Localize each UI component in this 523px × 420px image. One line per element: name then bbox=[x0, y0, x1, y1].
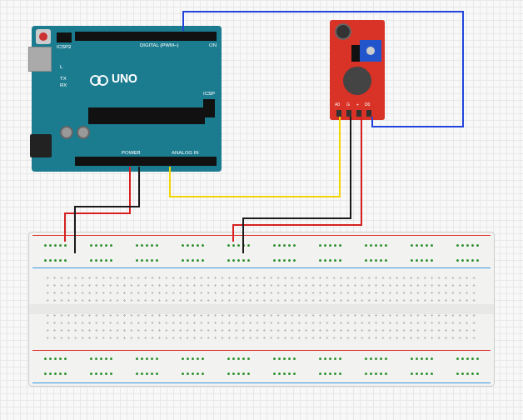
arduino-uno-board[interactable]: UNO ICSP2 ICSP DIGITAL (PWM~) POWER ANAL… bbox=[32, 26, 222, 172]
wire-blue bbox=[183, 12, 463, 127]
wire-red-arduino bbox=[65, 167, 130, 242]
arduino-logo: UNO bbox=[90, 72, 137, 85]
rail-line-negative-bottom bbox=[32, 382, 491, 383]
rx-label: RX bbox=[60, 82, 67, 88]
potentiometer[interactable] bbox=[360, 40, 381, 62]
icsp2-header bbox=[57, 32, 72, 42]
analog-label: ANALOG IN bbox=[172, 150, 199, 155]
microphone-icon bbox=[335, 23, 351, 40]
center-channel bbox=[29, 304, 494, 314]
on-label: ON bbox=[209, 42, 217, 48]
icsp2-label: ICSP2 bbox=[57, 44, 71, 49]
barrel-jack bbox=[30, 134, 52, 158]
power-analog-pin-header[interactable] bbox=[75, 157, 217, 166]
wire-red-sensor bbox=[233, 117, 361, 242]
power-label: POWER bbox=[122, 150, 141, 155]
digital-pin-header[interactable] bbox=[75, 32, 217, 41]
power-rail-top-neg[interactable] bbox=[44, 252, 479, 268]
pin-g-label: G bbox=[346, 102, 350, 107]
sensor-pin-header[interactable] bbox=[336, 110, 371, 117]
pin-plus-label: + bbox=[356, 102, 359, 107]
rail-line-positive-top bbox=[32, 235, 491, 236]
reset-button[interactable] bbox=[36, 29, 51, 44]
sound-sensor-module[interactable]: A0 G + D0 bbox=[330, 20, 385, 120]
power-rail-bot-neg[interactable] bbox=[44, 366, 479, 381]
breadboard[interactable] bbox=[28, 232, 495, 387]
digital-label: DIGITAL (PWM~) bbox=[140, 42, 179, 48]
circuit-canvas: UNO ICSP2 ICSP DIGITAL (PWM~) POWER ANAL… bbox=[0, 0, 523, 420]
rail-line-negative-top bbox=[32, 268, 491, 268]
usb-port bbox=[28, 47, 52, 72]
power-rail-top-pos[interactable] bbox=[44, 238, 479, 252]
icsp-header bbox=[203, 99, 215, 118]
pin-d0-label: D0 bbox=[365, 102, 370, 107]
icsp-label: ICSP bbox=[203, 91, 215, 96]
power-rail-bot-pos[interactable] bbox=[44, 351, 479, 366]
brand-label: UNO bbox=[112, 72, 137, 85]
capacitors bbox=[60, 126, 90, 139]
infinity-icon bbox=[90, 75, 108, 83]
sensor-housing bbox=[343, 67, 371, 95]
pin-a0-label: A0 bbox=[335, 102, 340, 107]
tx-label: TX bbox=[60, 76, 67, 81]
atmega-chip bbox=[88, 108, 205, 124]
comparator-ic bbox=[351, 45, 360, 62]
l-label: L bbox=[60, 64, 62, 69]
